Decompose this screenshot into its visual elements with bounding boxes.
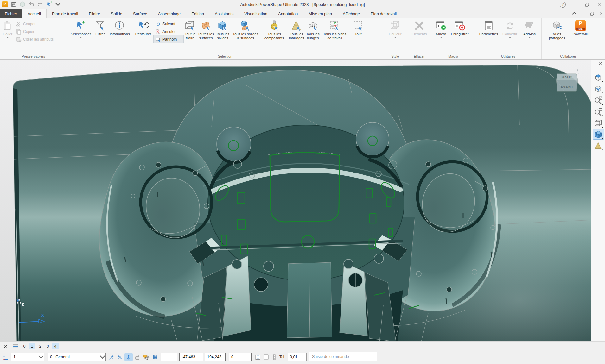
doc-minimize-button[interactable]: [580, 11, 586, 16]
lock-x-axis-icon[interactable]: [108, 354, 115, 360]
tab-affichage[interactable]: Affichage: [337, 9, 365, 18]
zoom-box-button[interactable]: [593, 106, 604, 116]
workplane-combo[interactable]: 1: [11, 353, 44, 361]
draft-analysis-button[interactable]: [593, 141, 604, 151]
all-components-button[interactable]: Tous les composants: [261, 19, 288, 40]
paste-button[interactable]: Coller: [1, 19, 14, 38]
ruler-icon[interactable]: [271, 354, 277, 360]
level-1[interactable]: 1: [29, 343, 35, 349]
addins-button[interactable]: Add-ins: [520, 19, 539, 38]
all-clouds-button[interactable]: Tous les nuages: [305, 19, 321, 40]
coordinate-y-field[interactable]: 194,243: [205, 353, 226, 361]
levels-icon[interactable]: [13, 344, 19, 349]
lock-y-axis-icon[interactable]: [117, 354, 123, 360]
style-combo[interactable]: 0 : General: [48, 353, 106, 361]
tab-mise-en-plan[interactable]: Mise en plan: [303, 9, 337, 18]
bulb-position-icon[interactable]: [143, 354, 150, 360]
shaded-view-button[interactable]: [593, 129, 604, 139]
grid-size-field[interactable]: [161, 353, 177, 361]
copy-button[interactable]: Copier: [14, 28, 55, 35]
tab-surface[interactable]: Surface: [128, 9, 153, 18]
restore-selection-button[interactable]: Restaurer: [133, 19, 154, 36]
level-3[interactable]: 3: [44, 343, 51, 349]
select-button[interactable]: Sélectionner: [68, 19, 93, 38]
tab-solide[interactable]: Solide: [105, 9, 128, 18]
keypad-icon[interactable]: [263, 354, 269, 360]
all-wireframe-button[interactable]: Tout le filaire: [183, 19, 197, 40]
paste-attributes-button[interactable]: Coller les attributs: [14, 35, 55, 43]
filter-button[interactable]: Filtrer: [93, 19, 107, 36]
wireframe-view-button[interactable]: [593, 118, 604, 128]
next-selection-icon: [155, 21, 161, 27]
qat-dropdown-icon[interactable]: [55, 1, 61, 7]
convert-button[interactable]: Convertir: [500, 19, 520, 38]
settings-button[interactable]: Paramètres: [477, 19, 500, 36]
unlock-icon[interactable]: [134, 354, 141, 360]
select-by-name-button[interactable]: Par nom: [154, 35, 183, 43]
save-icon[interactable]: [10, 1, 17, 7]
minimize-button[interactable]: [570, 1, 578, 8]
undo-icon[interactable]: [28, 1, 35, 7]
doc-close-button[interactable]: [598, 11, 604, 16]
cancel-selection-icon: [155, 29, 161, 35]
shared-views-button[interactable]: Vues partagées: [545, 19, 570, 40]
level-0[interactable]: 0: [21, 343, 28, 349]
tab-fichier[interactable]: Fichier: [0, 9, 22, 18]
informations-button[interactable]: Informations: [107, 19, 133, 36]
restore-button[interactable]: [583, 1, 591, 8]
xyz-list-icon[interactable]: [255, 354, 261, 360]
help-button[interactable]: ?: [560, 2, 566, 8]
zoom-full-button[interactable]: [593, 95, 604, 105]
tab-filaire[interactable]: Filaire: [83, 9, 105, 18]
cut-button[interactable]: Couper: [14, 20, 55, 28]
macro-button[interactable]: Macro: [435, 19, 448, 38]
tab-plan-de-travail-2[interactable]: Plan de travail: [365, 9, 402, 18]
command-input[interactable]: [309, 352, 377, 361]
grid-icon[interactable]: [152, 354, 158, 360]
powershape-logo-icon[interactable]: P: [2, 1, 8, 7]
ribbon-collapse-icon[interactable]: [571, 11, 577, 16]
point-cloud-icon: [307, 20, 319, 31]
view-iso-button[interactable]: [593, 84, 604, 94]
tab-visualisation[interactable]: Visualisation: [239, 9, 273, 18]
tab-assistants[interactable]: Assistants: [209, 9, 239, 18]
doc-restore-button[interactable]: [589, 11, 595, 16]
tab-plan-de-travail[interactable]: Plan de travail: [47, 9, 83, 18]
next-selection-button[interactable]: Suivant: [154, 20, 183, 28]
window-title: Autodesk PowerShape Ultimate 2023 - [Spe…: [0, 0, 605, 9]
levelbar-close-icon[interactable]: [3, 344, 8, 349]
erase-elements-button[interactable]: Eléments: [411, 19, 428, 36]
macro-record-button[interactable]: Enregistrer: [448, 19, 472, 36]
all-meshes-button[interactable]: Tous les maillages: [288, 19, 305, 40]
redo-icon[interactable]: [37, 1, 43, 7]
tab-accueil[interactable]: Accueil: [22, 9, 47, 18]
powermill-button[interactable]: P MIL PowerMill: [570, 19, 592, 36]
coordinate-z-field[interactable]: 0: [229, 353, 252, 361]
view-from-top-button[interactable]: [593, 72, 604, 82]
select-all-button[interactable]: Tout: [349, 19, 367, 36]
solid-cube-icon: [217, 20, 228, 31]
all-surfaces-button[interactable]: Toutes les surfaces: [197, 19, 215, 40]
tolerance-field[interactable]: 0,01: [288, 353, 307, 361]
select-plus-cursor-icon: [75, 20, 86, 31]
workplane-axes-icon[interactable]: [3, 354, 10, 361]
tab-edition[interactable]: Edition: [186, 9, 209, 18]
close-button[interactable]: [595, 1, 604, 8]
tab-annotation[interactable]: Annotation: [273, 9, 303, 18]
all-solids-button[interactable]: Tous les solides: [215, 19, 230, 40]
all-solids-surfaces-button[interactable]: Tous les solides & surfaces: [230, 19, 261, 40]
color-button[interactable]: Couleur: [388, 19, 402, 38]
lock-z-axis-icon[interactable]: [125, 354, 132, 360]
tab-assemblage[interactable]: Assemblage: [153, 9, 186, 18]
ribbon-tabs: Fichier Accueil Plan de travail Filaire …: [0, 9, 605, 18]
cancel-selection-button[interactable]: Annuler: [154, 28, 183, 35]
scissors-icon: [16, 21, 22, 27]
coordinate-x-field[interactable]: -47,463: [179, 353, 203, 361]
convert-dropdown-icon: [509, 37, 511, 38]
viewport-3d[interactable]: HAUT AVANT X Z Y: [0, 60, 591, 341]
panel-close-icon[interactable]: [598, 61, 602, 66]
level-4[interactable]: 4: [52, 343, 59, 349]
all-workplanes-button[interactable]: Tous les plans de travail: [321, 19, 349, 40]
level-2[interactable]: 2: [37, 343, 44, 349]
select-cursor-icon[interactable]: [46, 1, 52, 7]
